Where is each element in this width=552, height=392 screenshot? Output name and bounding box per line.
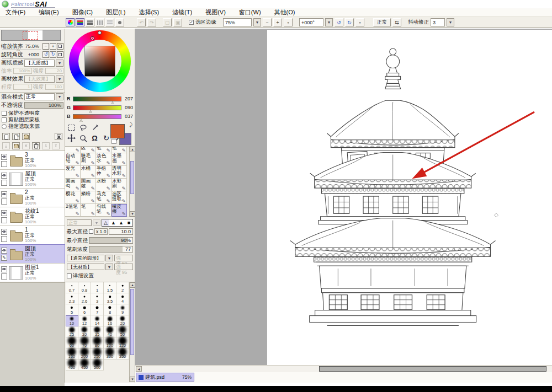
brush-size-item[interactable]: 350: [116, 348, 129, 359]
flip-view-button[interactable]: ⇆: [392, 18, 401, 26]
rotate-reset-button[interactable]: ▫: [355, 18, 364, 26]
layer-edit-checkbox[interactable]: ✎: [1, 180, 7, 186]
brush-size-item[interactable]: 120: [116, 337, 129, 348]
material-effect-select[interactable]: 【无效果】: [24, 76, 55, 83]
swatches-toggle[interactable]: [95, 18, 104, 26]
layer-edit-checkbox[interactable]: ✎: [1, 198, 7, 205]
nav-rotate-ccw-button[interactable]: ↺: [43, 51, 49, 58]
brush-item[interactable]: 透明水彩 ✎: [112, 166, 127, 179]
brush-size-item[interactable]: 35: [91, 326, 104, 337]
layer-item[interactable]: ✎ 1 正常 100%: [0, 226, 65, 245]
brush-item[interactable]: 勾线笔 ✎: [96, 204, 112, 217]
zoom-out-button[interactable]: −: [263, 18, 272, 26]
texture-strength-field[interactable]: 强度 95: [114, 264, 133, 270]
nav-rotate-cw-button[interactable]: ↻: [50, 51, 56, 58]
paper-texture-dropdown-icon[interactable]: ▼: [56, 60, 63, 67]
transparent-color-button[interactable]: [112, 139, 116, 144]
selection-source-radio[interactable]: [2, 124, 7, 129]
brush-size-item[interactable]: 1.5: [104, 282, 116, 293]
brush-item[interactable]: 鳞粉 ✎: [81, 191, 96, 204]
hue-marker[interactable]: [98, 31, 102, 35]
brush-shape-select[interactable]: 【通常的圆形】: [67, 255, 104, 261]
edge-shape-hard[interactable]: ▲: [118, 219, 125, 226]
menu-item[interactable]: 窗口(W): [233, 8, 269, 17]
opacity-slider[interactable]: 100%: [24, 102, 63, 109]
protect-opacity-checkbox[interactable]: [2, 111, 7, 116]
edge-shape-soft[interactable]: ▲: [110, 219, 117, 226]
new-layer-button[interactable]: [2, 133, 10, 140]
lower-layer-button[interactable]: ⇩: [42, 142, 50, 149]
brush-size-item[interactable]: 70: [78, 337, 91, 348]
brush-size-item[interactable]: 40: [104, 326, 116, 337]
menu-item[interactable]: 图层(L): [100, 8, 133, 17]
move-tool[interactable]: [67, 133, 76, 143]
nav-zoom-reset-button[interactable]: [57, 43, 63, 50]
b-slider[interactable]: [73, 114, 121, 119]
brush-item[interactable]: 睫毛刷 ✎: [81, 153, 96, 166]
layer-mask-button[interactable]: [55, 133, 62, 140]
blend-normal-button[interactable]: 正常: [373, 18, 391, 26]
brush-item[interactable]: 选区提取 ✎: [112, 191, 127, 204]
brush-size-item[interactable]: 250: [91, 348, 104, 359]
brush-size-item[interactable]: 4: [116, 293, 129, 304]
zoom-dropdown-icon[interactable]: ▼: [253, 18, 261, 26]
zoom-reset-button[interactable]: ▫: [284, 18, 293, 26]
deselect-button[interactable]: ▢: [163, 18, 172, 26]
brush-item[interactable]: 淡色水 ✎: [96, 153, 112, 166]
layer-visibility-checkbox[interactable]: [1, 248, 7, 254]
brush-item[interactable]: 水墨画 ✎: [112, 153, 127, 166]
scroll-left-icon[interactable]: ◄: [136, 366, 142, 372]
undo-button[interactable]: ↶: [137, 18, 146, 26]
nav-zoom-in-button[interactable]: ＋: [50, 43, 56, 50]
brush-size-item[interactable]: 12: [78, 315, 91, 326]
size-scroll-down-icon[interactable]: ▼: [130, 377, 135, 382]
hsv-slider-toggle[interactable]: [86, 18, 94, 26]
hand-tool[interactable]: ↻: [102, 133, 111, 143]
edge-shape-softest[interactable]: △: [102, 219, 109, 226]
primary-color-swatch[interactable]: [110, 124, 125, 138]
jitter-dropdown-icon[interactable]: ▼: [447, 18, 454, 26]
paper-texture-select[interactable]: 【无质感】: [24, 60, 55, 67]
rotate-slider[interactable]: [2, 58, 41, 58]
brush-item[interactable]: 金色笔 ✎: [112, 146, 127, 153]
brush-size-item[interactable]: 50: [116, 326, 129, 337]
brush-size-item[interactable]: 80: [91, 337, 104, 348]
brush-size-item[interactable]: 6: [78, 304, 91, 315]
size-scrollbar-thumb[interactable]: [130, 289, 134, 355]
brush-item[interactable]: 水粉 ✎: [96, 179, 112, 191]
blend-mode-select[interactable]: 正常: [24, 93, 55, 100]
workspace[interactable]: [135, 29, 552, 365]
zoom-tool[interactable]: [78, 133, 88, 143]
brush-size-item[interactable]: 10: [66, 315, 78, 326]
layer-edit-checkbox[interactable]: ✎: [1, 273, 7, 280]
brush-size-item[interactable]: 14: [91, 315, 104, 326]
jitter-field[interactable]: 3: [431, 18, 445, 26]
brush-texture-dropdown-icon[interactable]: ▼: [105, 264, 113, 270]
max-diameter-slider[interactable]: 10.0: [109, 228, 133, 235]
b-slider-thumb[interactable]: [79, 119, 83, 122]
brush-item[interactable]: 2值笔 ✎: [65, 204, 81, 217]
rotate-ccw-button[interactable]: ↺: [335, 18, 343, 26]
brush-scrollbar-thumb[interactable]: [130, 161, 134, 194]
brush-mode-select[interactable]: 正常: [67, 219, 92, 226]
saturation-value-square[interactable]: [84, 46, 115, 77]
shape-strength-field[interactable]: 强度 50: [114, 255, 133, 261]
layer-visibility-checkbox[interactable]: [1, 229, 7, 235]
effect-strength-slider[interactable]: 100: [45, 84, 64, 90]
brush-item[interactable]: 手指伸 ✎: [96, 166, 112, 179]
material-effect-dropdown-icon[interactable]: ▼: [56, 76, 63, 83]
brush-item[interactable]: 自动铅 ✎: [65, 153, 81, 166]
delete-layer-button[interactable]: [32, 142, 40, 149]
brush-size-item[interactable]: 0.8: [78, 282, 91, 293]
layer-item[interactable]: ✎ 图层1 正常 100%: [0, 264, 65, 282]
layer-item[interactable]: ✎ 屋顶 正常 100%: [0, 170, 65, 189]
layer-item[interactable]: ✎ 2 正常 100%: [0, 189, 65, 207]
brush-size-item[interactable]: 200: [78, 348, 91, 359]
brush-size-item[interactable]: 3.5: [104, 293, 116, 304]
new-vector-layer-button[interactable]: ✎: [12, 133, 20, 140]
g-slider[interactable]: [73, 105, 121, 110]
brush-shape-dropdown-icon[interactable]: ▼: [105, 255, 113, 261]
brush-size-item[interactable]: 60: [66, 337, 78, 348]
r-slider[interactable]: [73, 96, 121, 101]
lasso-tool[interactable]: [78, 123, 88, 132]
